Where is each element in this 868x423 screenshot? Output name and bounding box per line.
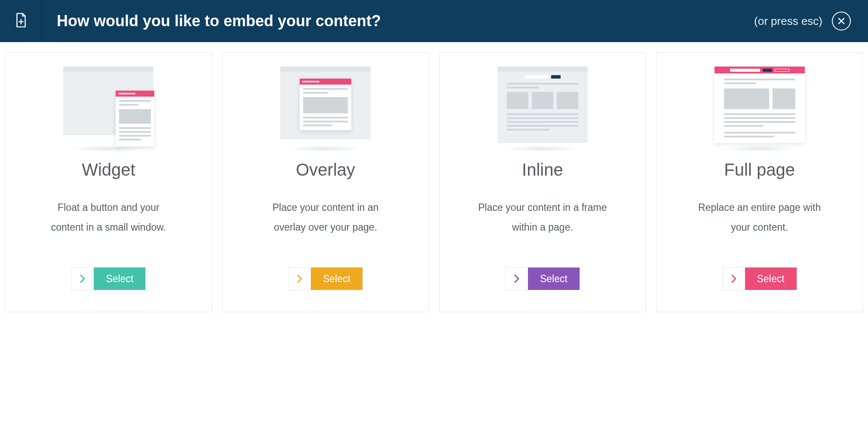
select-button-overlay[interactable]: Select [288, 267, 363, 290]
select-button-label: Select [311, 268, 362, 290]
header-bar: How would you like to embed your content… [0, 0, 868, 42]
card-title: Inline [522, 160, 563, 180]
card-description: Place your content in an overlay over yo… [261, 198, 390, 237]
chevron-right-icon [506, 268, 528, 290]
select-button-label: Select [745, 268, 797, 290]
new-document-icon [15, 12, 28, 30]
select-button-inline[interactable]: Select [505, 267, 580, 290]
card-title: Widget [82, 160, 135, 180]
cards-grid: Widget Float a button and your content i… [0, 42, 868, 323]
header-icon-box [0, 0, 42, 42]
select-button-widget[interactable]: Select [71, 267, 146, 290]
illustration-full-page [669, 67, 850, 157]
illustration-overlay [236, 67, 416, 157]
chevron-right-icon [723, 268, 745, 290]
card-description: Place your content in a frame within a p… [478, 198, 607, 237]
select-button-label: Select [94, 268, 145, 290]
card-title: Overlay [296, 160, 355, 180]
card-widget: Widget Float a button and your content i… [5, 52, 212, 312]
card-title: Full page [724, 160, 795, 180]
card-full-page: Full page Replace an entire page with yo… [656, 52, 863, 312]
page-title: How would you like to embed your content… [57, 12, 754, 30]
close-icon [837, 17, 845, 25]
card-description: Float a button and your content in a sma… [44, 198, 173, 237]
illustration-inline [453, 67, 633, 157]
card-inline: Inline Place your content in a frame wit… [439, 52, 646, 312]
illustration-widget [18, 67, 199, 157]
esc-hint: (or press esc) [754, 15, 822, 28]
chevron-right-icon [71, 268, 94, 290]
select-button-full-page[interactable]: Select [722, 267, 797, 290]
close-button[interactable] [832, 12, 851, 30]
card-overlay: Overlay Place your content in an overlay… [222, 52, 429, 312]
chevron-right-icon [288, 268, 311, 290]
card-description: Replace an entire page with your content… [695, 198, 824, 237]
select-button-label: Select [528, 268, 580, 290]
